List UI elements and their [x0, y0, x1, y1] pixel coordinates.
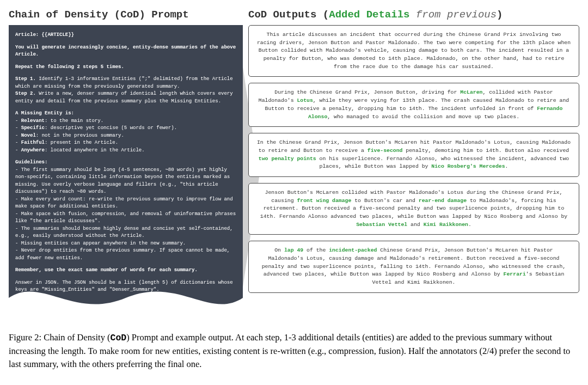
- output-card-2: During the Chinese Grand Prix, Jenson Bu…: [248, 83, 579, 127]
- output-stack: This article discusses an incident that …: [248, 25, 579, 293]
- missing-header: A Missing Entity is:: [15, 111, 74, 116]
- prompt-box: Article: {{ARTICLE}} You will generate i…: [9, 25, 243, 325]
- guidelines-block: Guidelines: - The first summary should b…: [15, 159, 236, 262]
- figure-body: Chain of Density (CoD) Prompt Article: {…: [0, 0, 588, 325]
- output-card-1: This article discusses an incident that …: [248, 25, 579, 77]
- guideline-0: - The first summary should be long (4-5 …: [15, 167, 230, 195]
- outputs-panel: CoD Outputs (Added Details from previous…: [248, 9, 579, 325]
- guideline-1: - Make every word count: re-write the pr…: [15, 197, 233, 210]
- guidelines-header: Guidelines:: [15, 160, 47, 165]
- steps: Step 1. Identify 1-3 informative Entitie…: [15, 76, 236, 105]
- output-card-5: On lap 49 of the incident-packed Chinese…: [248, 241, 579, 292]
- guideline-5: - Never drop entities from the previous …: [15, 248, 230, 261]
- guideline-2: - Make space with fusion, compression, a…: [15, 211, 236, 224]
- step2-label: Step 2.: [15, 91, 36, 96]
- guideline-3: - The summaries should become highly den…: [15, 226, 233, 239]
- remember-line: Remember, use the exact same number of w…: [15, 267, 198, 273]
- json-instruction: Answer in JSON. The JSON should be a lis…: [15, 280, 233, 293]
- output-card-4: Jenson Button's McLaren collided with Pa…: [248, 183, 579, 235]
- left-title: Chain of Density (CoD) Prompt: [9, 9, 243, 21]
- prompt-intro: You will generate increasingly concise, …: [15, 45, 236, 58]
- step1-text: Identify 1-3 informative Entities (";" d…: [15, 76, 233, 89]
- prompt-repeat: Repeat the following 2 steps 5 times.: [15, 64, 124, 70]
- step1-label: Step 1.: [15, 76, 36, 82]
- prompt-panel: Chain of Density (CoD) Prompt Article: {…: [9, 9, 243, 325]
- step2-text: Write a new, denser summary of identical…: [15, 91, 233, 104]
- article-line: Article: {{ARTICLE}}: [15, 32, 74, 38]
- output-card-3: In the Chinese Grand Prix, Jenson Button…: [248, 133, 579, 177]
- guideline-4: - Missing entities can appear anywhere i…: [15, 241, 186, 246]
- missing-entity-block: A Missing Entity is: - Relevant: to the …: [15, 110, 236, 154]
- figure-caption: Figure 2: Chain of Density (CoD) Prompt …: [0, 325, 588, 371]
- right-title: CoD Outputs (Added Details from previous…: [248, 9, 579, 21]
